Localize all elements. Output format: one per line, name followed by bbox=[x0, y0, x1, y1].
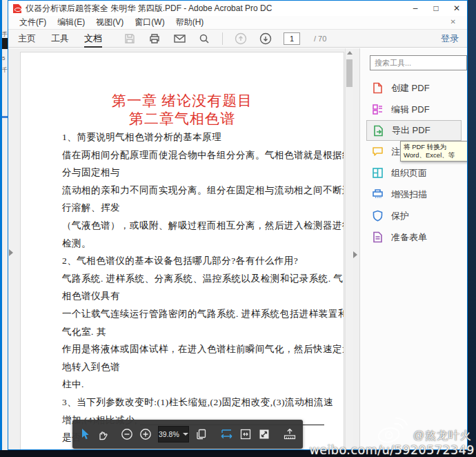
next-page-icon[interactable] bbox=[259, 32, 272, 46]
window-title: 仪器分析课后题答案全 朱明华 第四版.PDF - Adobe Acrobat P… bbox=[26, 3, 272, 14]
hand-tool-icon[interactable] bbox=[97, 427, 108, 441]
acrobat-app-icon bbox=[13, 4, 21, 13]
background-text-fragment: 5 bbox=[2, 55, 5, 61]
measure-ruler-icon[interactable] bbox=[283, 427, 297, 441]
tool-enhance-scans[interactable]: 增强扫描 bbox=[360, 184, 467, 205]
maximize-button[interactable]: □ bbox=[426, 1, 446, 16]
vertical-scrollbar[interactable] bbox=[345, 48, 353, 449]
tool-label: 增强扫描 bbox=[391, 188, 427, 201]
export-pdf-icon bbox=[373, 125, 384, 137]
search-icon[interactable] bbox=[197, 32, 211, 46]
weibo-url: weibo.com/u/5920572349 bbox=[309, 443, 475, 457]
tool-label: 保护 bbox=[391, 210, 409, 222]
tab-home[interactable]: 主页 bbox=[18, 30, 36, 48]
document-line: 作用是将液体或固体试样，在进入色谱柱前瞬间气化，然后快速定量 bbox=[62, 340, 326, 358]
weibo-handle: @熬龙叶火 bbox=[413, 429, 472, 443]
background-text-fragment: 千 bbox=[2, 66, 8, 74]
toolbar-separator bbox=[222, 32, 223, 45]
zoom-level-value: 39.8% bbox=[159, 430, 179, 438]
document-line: 相色谱仪具有 bbox=[62, 287, 326, 305]
sign-in-link[interactable]: 登录 bbox=[441, 32, 459, 45]
minimize-button[interactable]: – bbox=[405, 1, 426, 16]
print-icon[interactable] bbox=[148, 32, 161, 46]
window-controls: – □ ✕ bbox=[405, 1, 467, 16]
zoom-level-dropdown[interactable]: 39.8% bbox=[158, 426, 189, 443]
document-line: 行溶解、挥发 bbox=[62, 199, 326, 217]
document-line: 1、简要说明气相色谱分析的基本原理 bbox=[62, 128, 326, 146]
document-line: 借在两相间分配原理而使混合物中各组分分离。气相色谱就是根据组 bbox=[62, 146, 326, 164]
comment-icon bbox=[372, 146, 384, 157]
enhance-scans-icon bbox=[372, 188, 384, 200]
background-window-sliver: 手 5 千 bbox=[2, 0, 8, 450]
zoom-in-icon[interactable] bbox=[139, 427, 152, 441]
chevron-right-icon bbox=[353, 251, 357, 258]
menu-window[interactable]: 窗口(W) bbox=[129, 17, 170, 28]
background-fragment-block bbox=[2, 38, 8, 49]
document-line: 检测。 bbox=[62, 235, 326, 253]
prepare-form-icon bbox=[372, 231, 384, 243]
document-line: 一个让载气连续运行管路密闭的气路系统. 进样系统包括进样装置和 bbox=[62, 305, 326, 323]
search-tools-input[interactable]: 搜索工具... bbox=[370, 55, 467, 70]
navigation-pane-toggle[interactable] bbox=[9, 247, 16, 258]
acrobat-window: 仪器分析课后题答案全 朱明华 第四版.PDF - Adobe Acrobat P… bbox=[8, 0, 468, 450]
scroll-up-button[interactable] bbox=[346, 48, 354, 57]
tool-export-pdf[interactable]: 导出 PDF bbox=[366, 120, 462, 141]
tools-pane-toggle[interactable] bbox=[353, 250, 359, 260]
background-fragment-dash bbox=[2, 116, 8, 118]
document-line: 2、气相色谱仪的基本设备包括哪几部分?各有什么作用? bbox=[62, 252, 326, 270]
menubar: 文件(F) 编辑(E) 视图(V) 窗口(W) 帮助(H) ✕ bbox=[8, 16, 467, 30]
document-line: 流动相的亲和力不同而实现分离。组分在固定相与流动相之间不断进 bbox=[62, 182, 326, 200]
organize-pages-icon bbox=[372, 167, 384, 179]
close-button[interactable]: ✕ bbox=[446, 1, 467, 16]
document-line: 气化室. 其 bbox=[62, 323, 326, 341]
menubar-close-icon[interactable]: ✕ bbox=[450, 18, 456, 26]
tool-protect[interactable]: 保护 bbox=[360, 205, 467, 226]
screen: 手 5 千 仪器分析课后题答案全 朱明华 第四版.PDF - Adobe Acr… bbox=[0, 0, 476, 457]
menu-help[interactable]: 帮助(H) bbox=[170, 17, 210, 28]
edit-pdf-icon bbox=[372, 104, 384, 115]
desktop-right-edge bbox=[468, 0, 476, 457]
tab-tools[interactable]: 工具 bbox=[51, 30, 69, 48]
save-icon[interactable] bbox=[123, 32, 137, 46]
fullscreen-icon[interactable] bbox=[258, 427, 270, 441]
weibo-watermark: @熬龙叶火 weibo.com/u/5920572349 bbox=[309, 416, 475, 457]
chapter-heading-2: 第二章气相色谱 bbox=[21, 110, 344, 128]
tool-create-pdf[interactable]: 创建 PDF bbox=[360, 77, 467, 99]
document-line: 地转入到色谱 bbox=[62, 358, 326, 376]
document-line: （气液色谱），或吸附、解吸过程而相互分离，然后进入检测器进行 bbox=[62, 217, 326, 235]
export-pdf-tooltip: 将 PDF 转换为 Word、Excel、等 bbox=[400, 141, 468, 162]
protect-shield-icon bbox=[372, 210, 384, 222]
document-line: 3、当下列参数改变时:(1)柱长缩短,(2)固定相改变,(3)流动相流速 bbox=[62, 393, 326, 411]
tool-edit-pdf[interactable]: 编辑 PDF bbox=[360, 99, 467, 120]
weibo-logo-icon bbox=[372, 412, 413, 447]
chapter-heading-1: 第一章 绪论没有题目 bbox=[21, 92, 344, 110]
tool-prepare-form[interactable]: 准备表单 bbox=[360, 226, 467, 248]
menu-edit[interactable]: 编辑(E) bbox=[52, 17, 90, 28]
select-tool-icon[interactable] bbox=[79, 427, 90, 441]
document-line: 气路系统. 进样系统、分离系统、温控系统以及检测和记录系统. 气 bbox=[62, 270, 326, 288]
create-pdf-icon bbox=[372, 82, 384, 94]
page-number-input[interactable]: 1 bbox=[284, 32, 300, 45]
document-line: 分与固定相与 bbox=[62, 164, 326, 182]
tools-list: 创建 PDF 编辑 PDF 导出 PDF 注释 bbox=[360, 77, 467, 248]
email-icon[interactable] bbox=[172, 32, 186, 46]
tab-document[interactable]: 文档 bbox=[84, 30, 102, 48]
page-total-label: / 70 bbox=[314, 35, 326, 43]
tools-panel: 搜索工具... 创建 PDF 编辑 PDF 导出 PDF bbox=[359, 48, 467, 449]
pdf-page[interactable]: 第一章 绪论没有题目 第二章气相色谱 1、简要说明气相色谱分析的基本原理借在两相… bbox=[20, 52, 344, 449]
previous-page-icon[interactable] bbox=[234, 32, 248, 46]
page-display-icon[interactable] bbox=[195, 427, 208, 441]
tool-label: 创建 PDF bbox=[391, 82, 430, 95]
tool-label: 编辑 PDF bbox=[391, 104, 430, 116]
zoom-out-icon[interactable] bbox=[121, 427, 133, 441]
menu-view[interactable]: 视图(V) bbox=[90, 17, 129, 28]
menu-file[interactable]: 文件(F) bbox=[14, 17, 52, 28]
main-toolbar: 主页 工具 文档 bbox=[8, 30, 467, 48]
fit-width-icon[interactable] bbox=[220, 427, 233, 441]
fit-page-icon[interactable] bbox=[239, 427, 252, 441]
tool-organize-pages[interactable]: 组织页面 bbox=[360, 162, 467, 184]
document-line: 柱中. bbox=[62, 376, 326, 393]
chevron-up-icon bbox=[347, 51, 353, 55]
floating-toolbar: 39.8% bbox=[72, 420, 303, 449]
scrollbar-thumb[interactable] bbox=[346, 59, 353, 87]
